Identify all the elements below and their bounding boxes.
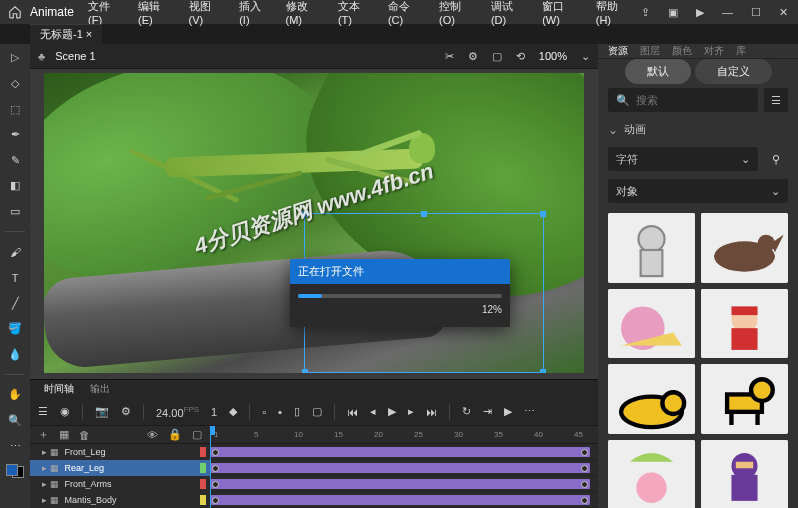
workspace-icon[interactable]: ▣ xyxy=(668,6,678,19)
layer-row[interactable]: ▸ ▦Mantis_Body xyxy=(30,492,210,508)
camera-icon[interactable]: 📷 xyxy=(95,405,109,418)
menu-modify[interactable]: 修改(M) xyxy=(280,0,330,29)
keyframe-icon[interactable]: ◆ xyxy=(229,405,237,418)
timeline-track[interactable] xyxy=(210,444,598,460)
asset-ninja[interactable] xyxy=(701,440,788,508)
tab-layers[interactable]: 图层 xyxy=(640,44,660,58)
tab-assets[interactable]: 资源 xyxy=(608,44,628,58)
maximize-icon[interactable]: ☐ xyxy=(751,6,761,19)
menu-window[interactable]: 窗口(W) xyxy=(536,0,588,29)
first-frame-icon[interactable]: ⏮ xyxy=(347,406,358,418)
timeline-track[interactable] xyxy=(210,492,598,508)
tab-color[interactable]: 颜色 xyxy=(672,44,692,58)
add-folder-icon[interactable]: ▦ xyxy=(59,428,69,441)
dropdown-object[interactable]: 对象⌄ xyxy=(608,179,788,203)
export-icon[interactable]: ⇥ xyxy=(483,405,492,418)
insert-frame-icon[interactable]: ▫ xyxy=(262,406,266,418)
play-icon[interactable]: ▶ xyxy=(696,6,704,19)
more-tools-icon[interactable]: ⋯ xyxy=(5,438,25,454)
rectangle-tool-icon[interactable]: ▭ xyxy=(5,204,25,220)
lasso-tool-icon[interactable]: ◇ xyxy=(5,76,25,92)
next-frame-icon[interactable]: ▸ xyxy=(408,405,414,418)
layer-color-swatch[interactable] xyxy=(200,463,206,473)
asset-dog-lying[interactable] xyxy=(608,364,695,434)
graph-icon[interactable]: ⚙ xyxy=(121,405,131,418)
tab-timeline[interactable]: 时间轴 xyxy=(36,380,82,398)
minimize-icon[interactable]: — xyxy=(722,6,733,18)
hand-tool-icon[interactable]: ✋ xyxy=(5,387,25,403)
menu-insert[interactable]: 插入(I) xyxy=(233,0,277,29)
asset-wolf[interactable] xyxy=(701,213,788,283)
prev-frame-icon[interactable]: ◂ xyxy=(370,405,376,418)
remove-frame-icon[interactable]: ▢ xyxy=(312,405,322,418)
free-transform-icon[interactable]: ⬚ xyxy=(5,101,25,117)
share-icon[interactable]: ⇪ xyxy=(641,6,650,19)
selection-tool-icon[interactable]: ▷ xyxy=(5,50,25,66)
play-button-icon[interactable]: ▶ xyxy=(388,405,396,418)
pencil-tool-icon[interactable]: ✎ xyxy=(5,153,25,169)
subtab-default[interactable]: 默认 xyxy=(625,59,691,84)
timeline-tracks[interactable]: 151015202530354045 xyxy=(210,426,598,508)
list-view-icon[interactable]: ☰ xyxy=(764,88,788,112)
tab-output[interactable]: 输出 xyxy=(82,380,118,398)
last-frame-icon[interactable]: ⏭ xyxy=(426,406,437,418)
zoom-dropdown-icon[interactable]: ⌄ xyxy=(581,50,590,63)
paint-bucket-icon[interactable]: 🪣 xyxy=(5,321,25,337)
zoom-value[interactable]: 100% xyxy=(539,50,567,62)
pen-tool-icon[interactable]: ✒ xyxy=(5,127,25,143)
fill-stroke-swatch[interactable] xyxy=(6,464,24,478)
scene-label[interactable]: Scene 1 xyxy=(55,50,95,62)
menu-commands[interactable]: 命令(C) xyxy=(382,0,431,29)
line-tool-icon[interactable]: ╱ xyxy=(5,295,25,311)
tab-align[interactable]: 对齐 xyxy=(704,44,724,58)
tab-library[interactable]: 库 xyxy=(736,44,746,58)
menu-debug[interactable]: 调试(D) xyxy=(485,0,534,29)
layer-row[interactable]: ▸ ▦Front_Leg xyxy=(30,444,210,460)
layer-color-swatch[interactable] xyxy=(200,479,206,489)
layers-icon[interactable]: ☰ xyxy=(38,405,48,418)
frame-ruler[interactable]: 151015202530354045 xyxy=(210,426,598,444)
layer-row[interactable]: ▸ ▦Rear_Leg xyxy=(30,460,210,476)
scene-icon[interactable]: ♣ xyxy=(38,50,45,62)
menu-help[interactable]: 帮助(H) xyxy=(590,0,639,29)
asset-snail[interactable] xyxy=(608,289,695,359)
asset-mummy[interactable] xyxy=(608,213,695,283)
add-layer-icon[interactable]: ＋ xyxy=(38,427,49,442)
onion-skin-icon[interactable]: ◉ xyxy=(60,405,70,418)
layer-color-swatch[interactable] xyxy=(200,447,206,457)
rotate-icon[interactable]: ⟲ xyxy=(516,50,525,63)
lock-header-icon[interactable]: 🔒 xyxy=(168,428,182,441)
search-input[interactable] xyxy=(636,94,750,106)
timeline-more-icon[interactable]: ⋯ xyxy=(524,405,535,418)
insert-blank-icon[interactable]: ▯ xyxy=(294,405,300,418)
stage-settings-icon[interactable]: ⚙ xyxy=(468,50,478,63)
dropdown-character[interactable]: 字符⌄ xyxy=(608,147,758,171)
menu-control[interactable]: 控制(O) xyxy=(433,0,483,29)
stage[interactable]: 正在打开文件 12% 4分贝资源网 www.4fb.cn xyxy=(30,69,598,379)
playhead[interactable] xyxy=(210,426,211,508)
timeline-track[interactable] xyxy=(210,460,598,476)
asset-pig-parachute[interactable] xyxy=(608,440,695,508)
delete-layer-icon[interactable]: 🗑 xyxy=(79,429,90,441)
outline-header-icon[interactable]: ▢ xyxy=(192,428,202,441)
clip-icon[interactable]: ✂ xyxy=(445,50,454,63)
menu-text[interactable]: 文本(T) xyxy=(332,0,380,29)
layer-row[interactable]: ▸ ▦Front_Arms xyxy=(30,476,210,492)
close-icon[interactable]: ✕ xyxy=(779,6,788,19)
eraser-tool-icon[interactable]: ◧ xyxy=(5,178,25,194)
asset-santa[interactable] xyxy=(701,289,788,359)
brush-tool-icon[interactable]: 🖌 xyxy=(5,244,25,260)
text-tool-icon[interactable]: T xyxy=(5,270,25,286)
search-box[interactable]: 🔍 xyxy=(608,88,758,112)
canvas[interactable] xyxy=(44,73,584,373)
timeline-play-icon[interactable]: ▶ xyxy=(504,405,512,418)
layer-color-swatch[interactable] xyxy=(200,495,206,505)
subtab-custom[interactable]: 自定义 xyxy=(695,59,772,84)
loop-icon[interactable]: ↻ xyxy=(462,405,471,418)
visibility-header-icon[interactable]: 👁 xyxy=(147,429,158,441)
home-icon[interactable] xyxy=(4,5,26,19)
menu-view[interactable]: 视图(V) xyxy=(183,0,232,29)
fps-value[interactable]: 24.00 xyxy=(156,406,184,418)
filter-icon[interactable]: ⚲ xyxy=(764,147,788,171)
eyedropper-icon[interactable]: 💧 xyxy=(5,347,25,363)
